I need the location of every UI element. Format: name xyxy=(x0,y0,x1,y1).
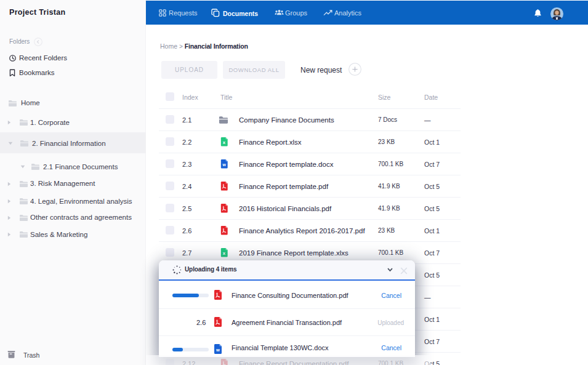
svg-text:x: x xyxy=(222,251,225,256)
svg-text:x: x xyxy=(222,140,225,145)
svg-text:w: w xyxy=(215,347,220,353)
svg-text:w: w xyxy=(222,162,226,167)
